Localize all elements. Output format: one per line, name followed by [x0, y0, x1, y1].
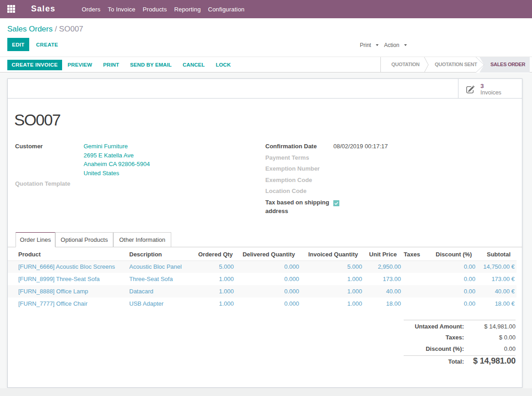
svg-text:QUOTATION SENT: QUOTATION SENT: [435, 62, 477, 67]
svg-text:SALES ORDER: SALES ORDER: [490, 62, 526, 67]
svg-text:QUOTATION: QUOTATION: [391, 62, 420, 67]
